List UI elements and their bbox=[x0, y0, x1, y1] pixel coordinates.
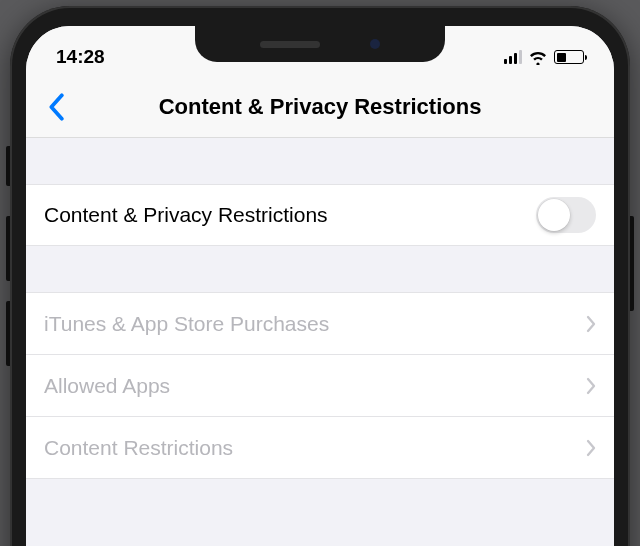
nav-bar: Content & Privacy Restrictions bbox=[26, 76, 614, 138]
toggle-label: Content & Privacy Restrictions bbox=[44, 203, 328, 227]
section-spacer bbox=[26, 138, 614, 184]
chevron-right-icon bbox=[586, 315, 596, 333]
wifi-icon bbox=[528, 49, 548, 65]
status-icons bbox=[504, 49, 585, 65]
battery-icon bbox=[554, 50, 584, 64]
phone-frame: 14:28 bbox=[10, 6, 630, 546]
hardware-button bbox=[6, 146, 10, 186]
speaker bbox=[260, 41, 320, 48]
notch bbox=[195, 26, 445, 62]
row-content-restrictions[interactable]: Content Restrictions bbox=[26, 417, 614, 479]
hardware-button bbox=[630, 216, 634, 311]
toggle-row-restrictions[interactable]: Content & Privacy Restrictions bbox=[26, 184, 614, 246]
status-time: 14:28 bbox=[56, 46, 105, 68]
screen: 14:28 bbox=[26, 26, 614, 546]
signal-icon bbox=[504, 50, 523, 64]
chevron-left-icon bbox=[47, 93, 65, 121]
content: Content & Privacy Restrictions iTunes & … bbox=[26, 138, 614, 479]
camera bbox=[370, 39, 380, 49]
row-label: Content Restrictions bbox=[44, 436, 233, 460]
toggle-switch[interactable] bbox=[536, 197, 596, 233]
hardware-button bbox=[6, 301, 10, 366]
row-label: Allowed Apps bbox=[44, 374, 170, 398]
section-spacer bbox=[26, 246, 614, 292]
chevron-right-icon bbox=[586, 439, 596, 457]
row-allowed-apps[interactable]: Allowed Apps bbox=[26, 355, 614, 417]
chevron-right-icon bbox=[586, 377, 596, 395]
row-label: iTunes & App Store Purchases bbox=[44, 312, 329, 336]
hardware-button bbox=[6, 216, 10, 281]
row-itunes-purchases[interactable]: iTunes & App Store Purchases bbox=[26, 293, 614, 355]
back-button[interactable] bbox=[40, 91, 72, 123]
toggle-knob bbox=[538, 199, 570, 231]
settings-group: iTunes & App Store Purchases Allowed App… bbox=[26, 292, 614, 479]
page-title: Content & Privacy Restrictions bbox=[26, 94, 614, 120]
